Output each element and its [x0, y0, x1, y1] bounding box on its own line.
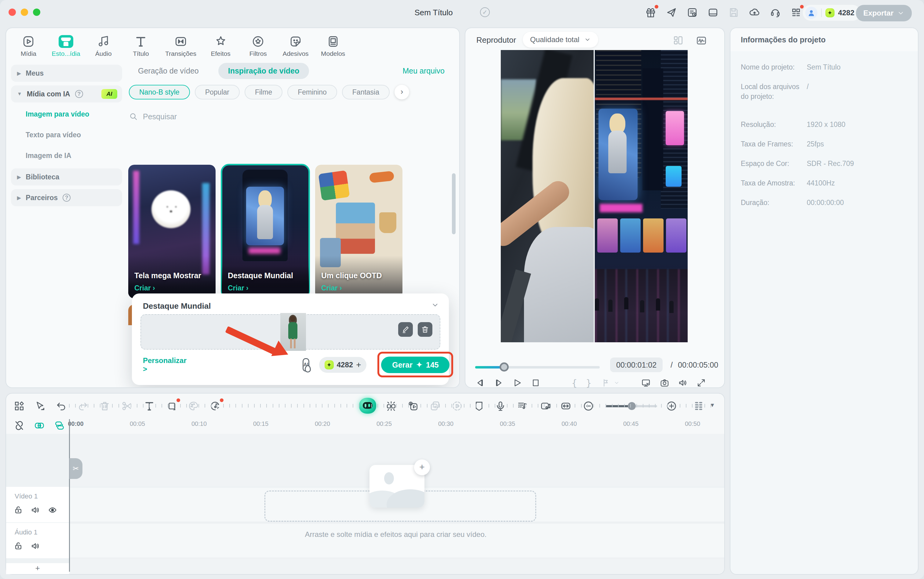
preview-display-icon[interactable] [641, 377, 651, 389]
create-link[interactable]: Criar › [321, 284, 342, 292]
template-card-tela-mega-mostrar[interactable]: Tela mega Mostrar Criar › [128, 165, 216, 298]
mute-track-icon[interactable] [31, 541, 40, 551]
popup-credits-pill[interactable]: ✦ 4282 + [319, 357, 367, 373]
playhead[interactable] [69, 419, 70, 572]
audio-track-header[interactable]: Áudio 1 [6, 523, 69, 558]
chip-nano-b-style[interactable]: Nano-B style [129, 85, 190, 100]
info-label: Taxa de Frames: [741, 139, 807, 149]
timeline-ruler[interactable]: 00:0000:0500:1000:1500:2000:2500:3000:35… [6, 419, 724, 434]
sidebar-item-biblioteca[interactable]: ▶Biblioteca [11, 168, 122, 185]
reference-image-strip[interactable] [141, 314, 440, 350]
compare-view-icon[interactable] [672, 34, 684, 46]
quality-dropdown[interactable]: Qualidade total [523, 32, 598, 47]
ai-prompt-icon[interactable]: AI [303, 358, 309, 371]
ruler-label: 00:10 [185, 420, 213, 427]
add-credits-icon[interactable]: + [356, 360, 361, 370]
sidebar-item-meus[interactable]: ▶Meus [11, 65, 122, 82]
my-file-link[interactable]: Meu arquivo [402, 67, 445, 75]
tab-audio[interactable]: Áudio [85, 33, 122, 65]
slider-handle[interactable] [500, 362, 509, 371]
edit-image-button[interactable] [398, 322, 413, 337]
snapshot-camera-icon[interactable] [660, 377, 670, 389]
media-shapes-icon[interactable] [13, 400, 26, 412]
previous-frame-icon[interactable] [475, 377, 485, 389]
sidebar-item-midia-com-ia[interactable]: ▼Mídia com IA ? AI [11, 85, 122, 103]
chip-fantasia[interactable]: Fantasia [342, 85, 390, 100]
support-headset-icon[interactable] [770, 6, 781, 18]
tab-midia[interactable]: Mídia [10, 33, 47, 65]
play-icon[interactable] [512, 377, 522, 389]
create-link[interactable]: Criar › [228, 284, 249, 292]
video-scope-icon[interactable] [696, 34, 707, 46]
search-input[interactable] [143, 112, 265, 121]
undo-icon[interactable] [56, 400, 68, 412]
help-icon[interactable]: ? [75, 90, 83, 98]
video-track-header[interactable]: Vídeo 1 [6, 487, 69, 522]
help-icon[interactable]: ? [62, 194, 71, 202]
filmora-window: Sem Título ✓ ✦ 4282 Exportar Mídia Esto.… [0, 0, 924, 579]
search-bar[interactable] [129, 109, 446, 124]
project-info-panel: Informações do projeto Nome do projeto:S… [730, 28, 918, 574]
gift-icon[interactable] [645, 6, 656, 18]
mute-track-icon[interactable] [31, 505, 40, 515]
chip-popular[interactable]: Popular [195, 85, 240, 100]
task-list-icon[interactable] [686, 6, 698, 18]
video-preview[interactable] [501, 50, 688, 342]
audio-lane[interactable] [70, 523, 724, 558]
share-icon[interactable] [666, 6, 677, 18]
create-link[interactable]: Criar › [135, 284, 155, 292]
avatar[interactable] [805, 7, 817, 19]
playhead-scissors-handle[interactable]: ✂ [69, 458, 82, 479]
layout-panel-icon[interactable] [707, 6, 719, 18]
tab-estoque-midia[interactable]: Esto...ídia [47, 33, 85, 65]
tab-inspiracao-de-video[interactable]: Inspiração de vídeo [218, 63, 309, 79]
template-card-destaque-mundial[interactable]: Destaque Mundial Criar › [222, 165, 309, 298]
sidebar-item-parceiros[interactable]: ▶Parceiros? [11, 189, 122, 206]
account-credits-pill[interactable]: ✦ 4282 [803, 5, 860, 21]
current-timecode[interactable]: 00:00:01:02 [610, 358, 663, 372]
unlink-clips-icon[interactable] [13, 419, 25, 431]
chip-filme[interactable]: Filme [245, 85, 282, 100]
personalize-link[interactable]: Personalizar > [143, 356, 187, 373]
chips-scroll-right-button[interactable]: › [394, 85, 409, 100]
stop-icon[interactable] [531, 377, 541, 389]
close-window-button[interactable] [8, 8, 16, 16]
cards-scrollbar[interactable] [452, 173, 456, 234]
lock-track-icon[interactable] [13, 541, 23, 551]
cloud-sync-icon[interactable] [749, 6, 760, 18]
search-icon [129, 112, 138, 121]
add-track-button[interactable]: + [6, 563, 69, 574]
popup-credits-count: 4282 [337, 361, 353, 369]
hide-track-icon[interactable] [48, 505, 57, 515]
add-media-icon[interactable]: + [414, 460, 430, 475]
minimize-window-button[interactable] [21, 8, 28, 16]
volume-icon[interactable] [678, 377, 688, 389]
export-button[interactable]: Exportar [856, 5, 912, 21]
ruler-label: 00:25 [371, 420, 397, 427]
generate-button[interactable]: Gerar ✦ 145 [381, 357, 450, 373]
fullscreen-icon[interactable] [696, 377, 706, 388]
sidebar-item-imagem-de-ia[interactable]: Imagem de IA [11, 148, 122, 164]
next-frame-icon[interactable] [494, 377, 504, 389]
chip-feminino[interactable]: Feminino [287, 85, 337, 100]
auto-ripple-icon[interactable] [54, 419, 66, 431]
template-card-um-clique-ootd[interactable]: Um clique OOTD Criar › [315, 165, 402, 298]
select-cursor-icon[interactable] [34, 400, 46, 412]
maximize-window-button[interactable] [33, 8, 40, 16]
mark-out-icon[interactable]: } [586, 378, 592, 388]
sidebar-item-imagem-para-video[interactable]: Imagem para vídeo [11, 106, 122, 122]
lock-track-icon[interactable] [13, 505, 23, 515]
mark-in-icon[interactable]: { [571, 378, 577, 388]
marker-chevron-icon[interactable] [614, 379, 620, 386]
sidebar-item-texto-para-video[interactable]: Texto para vídeo [11, 127, 122, 143]
playback-slider[interactable] [475, 362, 600, 371]
delete-image-button[interactable] [418, 322, 432, 337]
info-value: 44100Hz [807, 178, 909, 188]
tab-geracao-de-video[interactable]: Geração de vídeo [138, 67, 199, 75]
link-clips-icon[interactable] [34, 419, 45, 431]
apps-grid-icon[interactable] [790, 6, 802, 18]
ruler-label: 00:00 [62, 420, 89, 427]
marker-icon[interactable] [600, 377, 611, 389]
info-value: 1920 x 1080 [807, 119, 909, 129]
collapse-popup-icon[interactable] [431, 301, 439, 309]
